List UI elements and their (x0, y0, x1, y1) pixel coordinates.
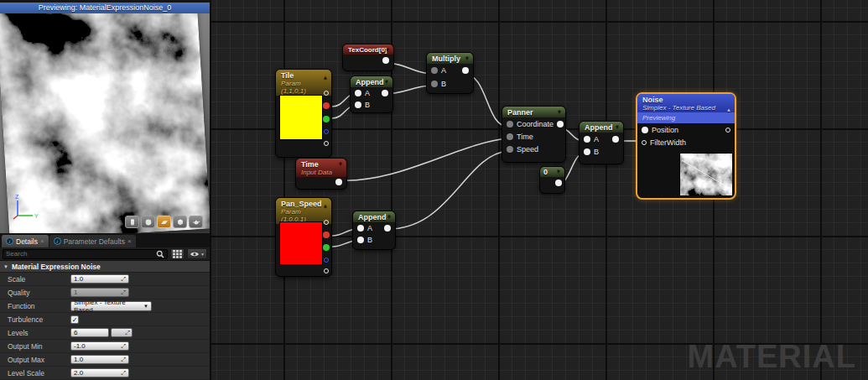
details-section-header[interactable]: ▼ Material Expression Noise (0, 261, 210, 273)
noise-thumbnail (679, 153, 731, 195)
node-append-1[interactable]: Append ▼ A B (350, 75, 393, 113)
graph-canvas[interactable]: MATERIAL TexCoord[0] ▼ (211, 0, 868, 380)
property-label: Levels (0, 329, 70, 337)
input-pin[interactable] (431, 81, 438, 87)
wire (339, 138, 508, 180)
property-matrix-button[interactable] (170, 248, 185, 259)
cube-icon (176, 218, 185, 226)
input-pin[interactable] (355, 90, 361, 96)
teapot-icon (192, 218, 200, 226)
node-append-2[interactable]: Append ▼ A B (352, 211, 396, 250)
search-input[interactable] (6, 250, 156, 258)
node-title: Append (358, 213, 387, 221)
output-pin[interactable] (462, 67, 469, 74)
output-pin-r[interactable] (323, 102, 330, 109)
input-pin[interactable] (642, 140, 647, 145)
drag-arrows-icon: ⤢ (121, 370, 126, 377)
output-pin[interactable] (384, 225, 391, 232)
drag-arrows-icon: ⤢ (121, 357, 126, 363)
output-pin-a[interactable] (324, 268, 329, 273)
info-icon: i (6, 237, 13, 245)
output-pin[interactable] (382, 57, 389, 64)
preview-shape-cube-button[interactable] (173, 216, 187, 228)
output-max-spinbox[interactable]: 1.0 ⤢ (70, 355, 129, 364)
preview-shape-sphere-button[interactable] (141, 216, 155, 228)
node-title: Append (356, 78, 384, 86)
output-pin-rgba[interactable] (324, 220, 329, 225)
output-pin-rgba[interactable] (324, 91, 329, 96)
input-pin[interactable] (507, 146, 513, 153)
node-tile-param[interactable]: Tile ▲ Param (1,1,0,1) (275, 69, 332, 158)
node-append-3[interactable]: Append ▼ A B (579, 121, 624, 164)
search-icon (156, 250, 164, 258)
plane-icon (160, 218, 169, 226)
drag-arrows-icon: ⤢ (121, 289, 126, 296)
node-time[interactable]: Time ▼ Input Data (295, 158, 347, 190)
node-pan-speed-param[interactable]: Pan_Speed ▲ Param (1,0,0,1) (275, 197, 332, 277)
search-box[interactable] (3, 249, 168, 259)
node-texcoord[interactable]: TexCoord[0] ▼ (342, 44, 394, 71)
details-search-row: ▼ (0, 247, 210, 261)
close-icon[interactable]: × (40, 238, 44, 245)
view-options-button[interactable]: ▼ (187, 248, 207, 259)
node-title: Append (585, 123, 613, 132)
preview-viewport[interactable]: Z Y (0, 13, 210, 233)
node-noise[interactable]: Noise ▲ Simplex - Texture Based Previewi… (636, 92, 736, 200)
output-pin-b[interactable] (324, 129, 329, 134)
output-pin[interactable] (612, 136, 619, 143)
input-pin[interactable] (355, 102, 361, 108)
node-title: Tile (281, 71, 294, 80)
pin-label: FilterWidth (650, 138, 730, 147)
input-pin[interactable] (507, 133, 513, 140)
preview-shape-plane-button[interactable] (157, 216, 171, 228)
output-pin-g[interactable] (323, 116, 330, 122)
chevron-down-icon: ▼ (338, 161, 343, 166)
input-pin[interactable] (357, 237, 364, 243)
output-pin-r[interactable] (323, 232, 330, 238)
levels-value: 6 (74, 329, 77, 336)
input-pin[interactable] (357, 225, 364, 232)
levels-drag-handle[interactable]: ⤢ (111, 328, 133, 337)
output-pin[interactable] (555, 180, 562, 186)
node-constant-zero[interactable]: 0 ▼ (539, 166, 565, 194)
function-dropdown[interactable]: Simplex - Texture Based ▼ (70, 301, 152, 311)
preview-shape-teapot-button[interactable] (189, 216, 203, 228)
output-pin[interactable] (382, 90, 388, 96)
chevron-down-icon: ▼ (200, 252, 205, 257)
input-pin[interactable] (584, 136, 590, 143)
output-pin-b[interactable] (324, 258, 329, 263)
chevron-down-icon: ▼ (384, 79, 389, 84)
property-row-levels: Levels 6 ⤢ (0, 326, 210, 340)
output-pin-g[interactable] (323, 244, 330, 251)
output-min-spinbox[interactable]: -1.0 ⤢ (70, 341, 129, 351)
property-label: Scale (0, 275, 70, 284)
input-pin[interactable] (431, 67, 438, 74)
tab-parameter-defaults[interactable]: i Parameter Defaults × (49, 235, 136, 247)
levels-spinbox[interactable]: 6 (70, 328, 109, 337)
input-pin[interactable] (584, 148, 590, 155)
tab-details[interactable]: i Details × (2, 235, 49, 247)
pin-label: Position (652, 126, 722, 134)
level-scale-spinbox[interactable]: 2.0 ⤢ (70, 368, 129, 377)
output-pin-a[interactable] (324, 141, 329, 146)
preview-shape-cylinder-button[interactable] (125, 216, 139, 228)
eye-icon (190, 251, 200, 258)
turbulence-checkbox[interactable]: ✓ (70, 315, 79, 324)
scale-value: 1.0 (74, 275, 121, 283)
tab-details-label: Details (16, 237, 38, 246)
node-multiply[interactable]: Multiply ▼ A B (426, 52, 474, 94)
scale-spinbox[interactable]: 1.0 ⤢ (70, 274, 129, 284)
input-pin[interactable] (642, 127, 648, 133)
output-pin[interactable] (557, 121, 564, 128)
function-value: Simplex - Texture Based (74, 299, 141, 314)
collapse-icon: ▲ (323, 75, 328, 80)
output-pin[interactable] (335, 179, 342, 185)
node-panner[interactable]: Panner ▼ Coordinate Time Speed (502, 106, 566, 163)
node-title: Noise (642, 96, 663, 104)
close-icon[interactable]: × (127, 238, 132, 245)
property-row-output-min: Output Min -1.0 ⤢ (0, 340, 210, 353)
node-title: Time (301, 160, 319, 169)
node-title: Pan_Speed (281, 200, 322, 208)
input-pin[interactable] (507, 121, 513, 128)
output-pin[interactable] (725, 128, 730, 133)
